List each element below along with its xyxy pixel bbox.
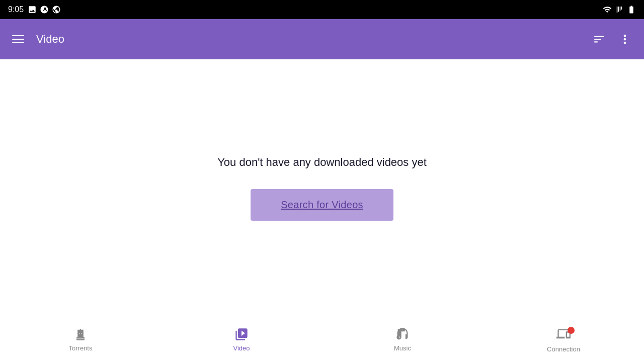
status-time: 9:05 [8,5,24,14]
video-icon [234,327,249,341]
vpn-status-icon [52,5,61,14]
battery-icon [627,5,636,14]
filter-button[interactable] [589,29,610,50]
app-bar: Video [0,19,644,59]
signal-icon [615,5,624,14]
status-bar-left: 9:05 [8,5,61,14]
more-options-button[interactable] [614,28,636,50]
nav-item-torrents[interactable]: Torrents [0,323,161,356]
main-content: You don't have any downloaded videos yet… [0,59,644,317]
app-title: Video [36,33,589,46]
empty-message: You don't have any downloaded videos yet [217,156,427,169]
image-status-icon [28,5,37,14]
a-status-icon [40,5,49,14]
bottom-nav: Torrents Video Music Connection [0,317,644,362]
nav-item-video[interactable]: Video [161,323,322,356]
torrents-icon [73,327,88,341]
status-icons-left [28,5,61,14]
video-label: Video [233,344,250,352]
more-options-icon [618,32,632,46]
torrents-label: Torrents [69,344,93,352]
wifi-icon [603,5,612,14]
music-icon [395,327,410,341]
status-icons-right [603,5,636,14]
connection-icon-wrapper [556,327,571,342]
connection-badge [568,327,575,334]
connection-label: Connection [547,345,580,353]
nav-item-connection[interactable]: Connection [483,323,644,357]
hamburger-line-3 [12,42,24,43]
nav-item-music[interactable]: Music [322,323,483,356]
filter-icon [593,33,606,46]
hamburger-menu-button[interactable] [8,31,28,47]
music-label: Music [394,344,411,352]
hamburger-line-1 [12,35,24,36]
hamburger-line-2 [12,39,24,40]
search-for-videos-button[interactable]: Search for Videos [251,189,393,221]
status-bar: 9:05 [0,0,644,19]
app-bar-actions [589,28,636,50]
